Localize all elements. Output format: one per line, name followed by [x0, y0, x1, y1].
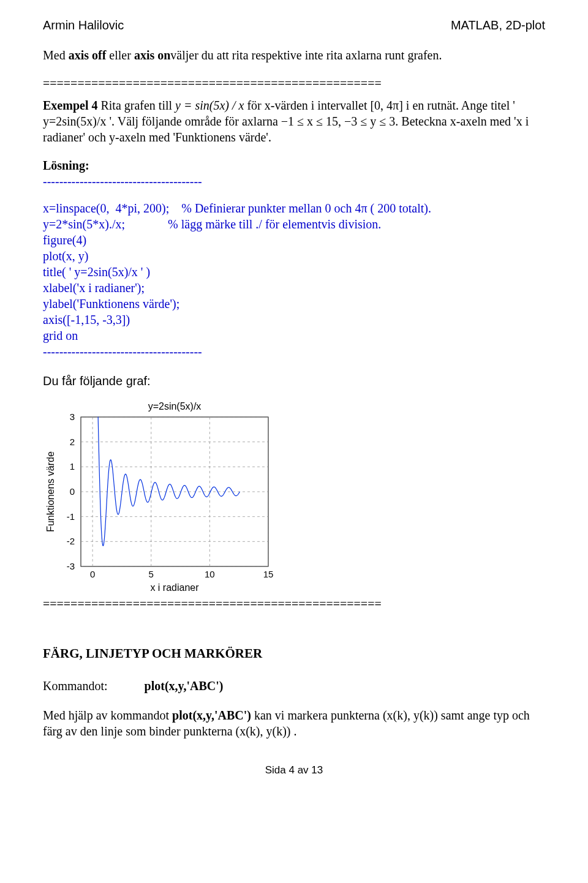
example-label: Exempel 4: [43, 99, 100, 112]
graph-intro: Du får följande graf:: [43, 373, 545, 389]
svg-text:Funktionens värde: Funktionens värde: [45, 451, 56, 532]
text: Med hjälp av kommandot: [43, 708, 172, 722]
code-line: y=2*sin(5*x)./x; % lägg märke till ./ fö…: [43, 216, 545, 232]
chart: 051015-3-2-10123y=2sin(5x)/xx i radianer…: [43, 400, 545, 596]
text-bold: axis off: [69, 48, 107, 62]
separator: ========================================…: [43, 75, 545, 91]
separator: ========================================…: [43, 596, 545, 612]
svg-text:15: 15: [263, 569, 274, 579]
header-left: Armin Halilovic: [43, 18, 124, 32]
example4: Exempel 4 Rita grafen till y = sin(5x) /…: [43, 97, 545, 145]
svg-text:-3: -3: [67, 561, 75, 571]
description: Med hjälp av kommandot plot(x,y,'ABC') k…: [43, 707, 545, 739]
svg-text:-1: -1: [67, 511, 75, 522]
svg-text:5: 5: [149, 569, 154, 579]
code-line: figure(4): [43, 232, 545, 248]
code-line: plot(x, y): [43, 248, 545, 264]
svg-text:2: 2: [70, 437, 75, 447]
svg-text:3: 3: [70, 411, 75, 422]
svg-text:-2: -2: [67, 536, 75, 546]
code-line: grid on: [43, 328, 545, 344]
kommandot-label: Kommandot:: [43, 679, 108, 693]
paragraph-axis: Med axis off eller axis onväljer du att …: [43, 47, 545, 63]
svg-text:y=2sin(5x)/x: y=2sin(5x)/x: [148, 401, 202, 411]
code-line: x=linspace(0, 4*pi, 200); % Definierar p…: [43, 200, 545, 216]
page: Armin Halilovic MATLAB, 2D-plot Med axis…: [0, 0, 588, 795]
code-line: ylabel('Funktionens värde');: [43, 296, 545, 312]
page-footer: Sida 4 av 13: [43, 764, 545, 777]
text: eller: [106, 48, 134, 62]
code-line: xlabel('x i radianer');: [43, 280, 545, 296]
kommandot-row: Kommandot: plot(x,y,'ABC'): [43, 678, 545, 694]
code-line: axis([-1,15, -3,3]): [43, 312, 545, 328]
section-title: FÄRG, LINJETYP OCH MARKÖRER: [43, 645, 545, 662]
code-line: title( ' y=2sin(5x)/x ' ): [43, 264, 545, 280]
header-right: MATLAB, 2D-plot: [451, 18, 545, 32]
text: Rita grafen till: [100, 99, 175, 112]
chart-svg: 051015-3-2-10123y=2sin(5x)/xx i radianer…: [43, 400, 276, 596]
formula: y = sin(5x) / x: [175, 99, 244, 112]
svg-text:0: 0: [90, 569, 95, 579]
solution-label: Lösning:: [43, 157, 545, 173]
code-sep: ---------------------------------------: [43, 344, 545, 359]
text-bold: plot(x,y,'ABC'): [172, 708, 251, 722]
svg-text:0: 0: [70, 486, 75, 497]
kommandot-cmd: plot(x,y,'ABC'): [145, 679, 224, 693]
svg-text:x i radianer: x i radianer: [150, 582, 199, 593]
page-header: Armin Halilovic MATLAB, 2D-plot: [43, 18, 545, 32]
range: −1 ≤ x ≤ 15, −3 ≤ y ≤ 3: [281, 115, 395, 128]
svg-text:1: 1: [70, 461, 75, 472]
text: väljer du att rita respektive inte rita …: [170, 48, 442, 62]
code-sep: ---------------------------------------: [43, 173, 545, 189]
text-bold: axis on: [134, 48, 170, 62]
svg-text:10: 10: [205, 569, 215, 579]
text: Med: [43, 48, 69, 62]
